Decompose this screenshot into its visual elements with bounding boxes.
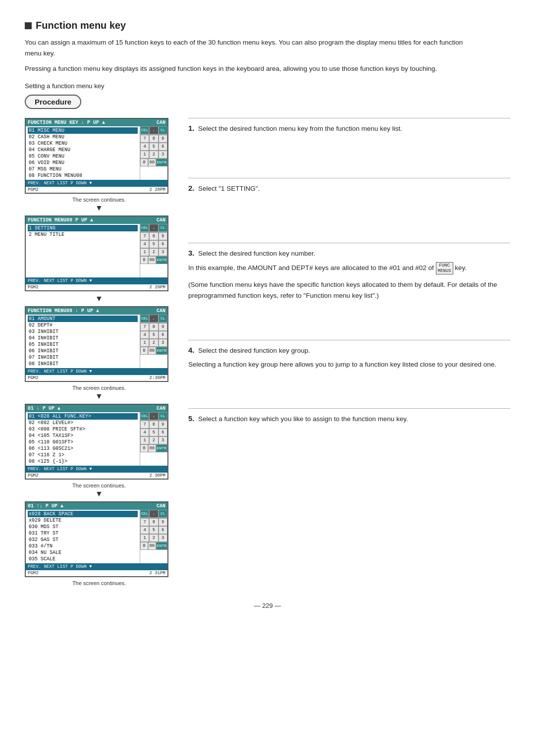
kp-9: 9: [159, 421, 167, 429]
screen-5-header: 01 ↑↓ P UP ▲ CAN: [26, 502, 167, 510]
list-item: x029 DELETE: [28, 517, 138, 524]
kp-2: 2: [149, 339, 158, 347]
dot-btn: .: [149, 126, 158, 134]
list-item: 033 #/TN: [28, 543, 138, 549]
kp-8: 8: [149, 518, 158, 526]
screen-1-footer: PREV. NEXT LIST P DOWN ▼: [26, 180, 167, 187]
kp-3: 3: [159, 248, 167, 256]
kp-6: 6: [159, 526, 167, 534]
kp-0: 0: [140, 347, 148, 355]
kp-1: 1: [140, 151, 149, 159]
kp-9: 9: [159, 323, 167, 331]
screen-1-selected: 01 MISC MENU: [28, 127, 138, 134]
kp-00: 00: [148, 347, 156, 355]
list-item: 07 MSG MENU: [28, 166, 138, 172]
kp-0: 0: [140, 159, 148, 166]
screen-5-keypad: CEL . CL 789 456 123 000ENTR: [140, 510, 167, 563]
kp-8: 8: [149, 135, 158, 143]
kp-7: 7: [140, 232, 149, 240]
list-item: [28, 251, 138, 257]
intro-para-1: You can assign a maximum of 15 function …: [25, 37, 471, 58]
list-item: [28, 257, 138, 264]
kp-2: 2: [149, 248, 158, 256]
list-item: 02 DEPT#: [28, 322, 138, 328]
screen-5-list: x028 BACK SPACE x029 DELETE 030 MDS ST 0…: [26, 510, 140, 563]
list-item: 030 MDS ST: [28, 524, 138, 530]
list-item: 08 INHIBIT: [28, 361, 138, 367]
dot-btn: .: [149, 510, 158, 518]
screen-2-footer: PREV. NEXT LIST P DOWN ▼: [26, 277, 167, 284]
setting-label: Setting a function menu key: [25, 82, 510, 90]
section-title: Function menu key: [25, 20, 510, 31]
kp-2: 2: [149, 436, 158, 444]
kp-7: 7: [140, 518, 149, 526]
list-item: 06 <113 G0SC21>: [28, 445, 138, 452]
func-menus-key-icon: FUNCMENUS: [436, 262, 453, 275]
list-item: 07 INHIBIT: [28, 354, 138, 361]
kp-0: 0: [140, 542, 148, 550]
kp-1: 1: [140, 534, 149, 542]
kp-00: 00: [148, 444, 156, 452]
step-4-text: 4. Select the desired function key group…: [188, 344, 510, 356]
kp-4: 4: [140, 526, 149, 534]
screen-4-list: 01 <028 ALL FUNC.KEY> 02 <092 LEVEL#> 03…: [26, 412, 140, 466]
screen-2-keypad: CEL . CL 789 456 123 000ENTR: [140, 224, 167, 277]
step-3-text: 3. Select the desired function key numbe…: [188, 247, 510, 259]
cel-btn: CEL: [140, 315, 149, 323]
kp-3: 3: [159, 436, 167, 444]
arrow-1: ▼: [25, 204, 173, 213]
screen-4-footer: PREV. NEXT LIST P DOWN ▼: [26, 466, 167, 473]
kp-entr: ENTR: [156, 444, 167, 452]
kp-9: 9: [159, 518, 167, 526]
screen-3-list: 01 AMOUNT 02 DEPT# 03 INHIBIT 04 INHIBIT…: [26, 315, 140, 368]
kp-8: 8: [149, 232, 158, 240]
screen-2-pgm: PGM2 2 29PM: [26, 284, 167, 290]
dot-btn: .: [149, 412, 158, 420]
dot-btn: .: [149, 224, 158, 232]
kp-entr: ENTR: [156, 347, 167, 355]
kp-1: 1: [140, 339, 149, 347]
continues-3: The screen continues.: [25, 385, 173, 391]
kp-5: 5: [149, 143, 158, 151]
list-item: 06 VOID MENU: [28, 160, 138, 166]
list-item: [28, 244, 138, 251]
step-2-text: 2. Select "1 SETTING".: [188, 182, 510, 194]
kp-1: 1: [140, 436, 149, 444]
cel-btn: CEL: [140, 224, 149, 232]
step-1-text: 1. Select the desired function menu key …: [188, 122, 510, 134]
list-item: [28, 238, 138, 244]
arrow-4: ▼: [25, 489, 173, 498]
kp-5: 5: [149, 240, 158, 248]
step-1-block: 1. Select the desired function menu key …: [188, 118, 510, 134]
screen-1: FUNCTION MENU KEY ↓ P UP ▲ CAN 01 MISC M…: [25, 118, 173, 194]
continues-5: The screen continues.: [25, 580, 173, 586]
main-layout: FUNCTION MENU KEY ↓ P UP ▲ CAN 01 MISC M…: [25, 118, 510, 587]
step-4-detail: Selecting a function key group here allo…: [188, 359, 510, 370]
list-item: 08 <125 {-1}>: [28, 458, 138, 465]
list-item: 06 INHIBIT: [28, 348, 138, 354]
kp-entr: ENTR: [156, 256, 167, 264]
screen-2-selected: 1 SETTING: [28, 225, 138, 231]
screen-1-header: FUNCTION MENU KEY ↓ P UP ▲ CAN: [26, 119, 167, 126]
cel-btn: CEL: [140, 412, 149, 420]
list-item: 02 CASH MENU: [28, 134, 138, 140]
list-item: 05 INHIBIT: [28, 341, 138, 348]
kp-4: 4: [140, 331, 149, 339]
arrow-3: ▼: [25, 392, 173, 401]
list-item: 07 <116 Z 1>: [28, 452, 138, 458]
list-item: 03 <098 PRICE SFT#>: [28, 426, 138, 432]
kp-5: 5: [149, 526, 158, 534]
kp-1: 1: [140, 248, 149, 256]
step-4-num: 4.: [188, 346, 195, 354]
list-item: 05 <110 G01SFT>: [28, 439, 138, 445]
kp-8: 8: [149, 421, 158, 429]
kp-5: 5: [149, 331, 158, 339]
kp-3: 3: [159, 534, 167, 542]
kp-3: 3: [159, 151, 167, 159]
kp-4: 4: [140, 143, 149, 151]
kp-9: 9: [159, 232, 167, 240]
screen-3-selected: 01 AMOUNT: [28, 316, 138, 322]
cel-btn: CEL: [140, 510, 149, 518]
list-item: 04 INHIBIT: [28, 335, 138, 341]
dot-btn: .: [149, 315, 158, 323]
